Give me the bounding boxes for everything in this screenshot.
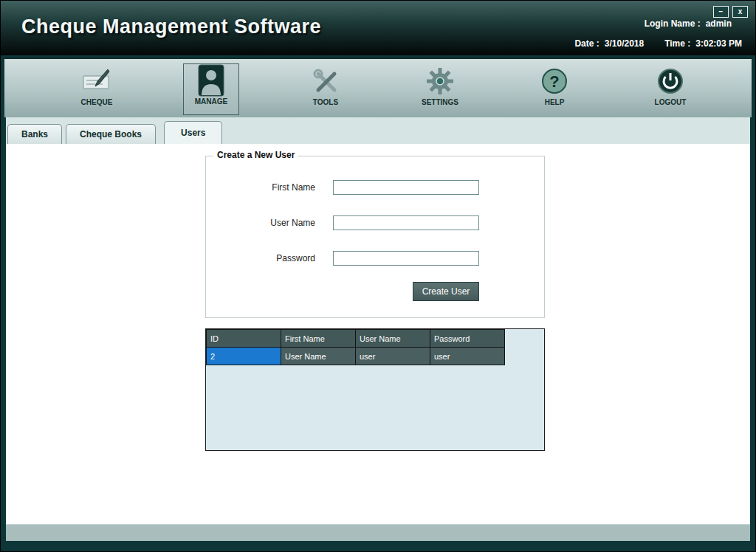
toolbar-item-tools[interactable]: TOOLS: [298, 65, 354, 114]
toolbar-item-settings[interactable]: SETTINGS: [412, 65, 468, 114]
svg-text:?: ?: [549, 72, 559, 91]
button-row: Create User: [206, 282, 544, 301]
create-user-button[interactable]: Create User: [413, 282, 479, 301]
window-controls: − x: [713, 6, 748, 18]
cell-user-name[interactable]: user: [356, 348, 430, 365]
users-panel: Create a New User First Name User Name P…: [6, 144, 750, 524]
app-title: Cheque Management Software: [21, 15, 321, 38]
minimize-button[interactable]: −: [713, 6, 729, 18]
tab-cheque-books[interactable]: Cheque Books: [66, 124, 156, 144]
users-grid: ID First Name User Name Password 2 User …: [205, 328, 545, 451]
password-input[interactable]: [333, 251, 479, 266]
toolbar-label-manage: MANAGE: [195, 97, 227, 106]
first-name-row: First Name: [206, 180, 544, 195]
toolbar-item-help[interactable]: ? HELP: [526, 65, 583, 114]
grid-row: 2 User Name user user: [207, 348, 505, 365]
column-header-password[interactable]: Password: [430, 330, 505, 348]
password-row: Password: [206, 251, 544, 266]
main-toolbar: CHEQUE MANAGE TOOLS: [4, 58, 752, 117]
column-header-id[interactable]: ID: [207, 330, 281, 348]
toolbar-label-settings: SETTINGS: [422, 98, 458, 106]
login-label: Login Name :: [645, 18, 701, 29]
column-header-first-name[interactable]: First Name: [281, 330, 356, 348]
time-value: 3:02:03 PM: [695, 38, 742, 49]
column-header-user-name[interactable]: User Name: [356, 330, 430, 348]
close-button[interactable]: x: [732, 6, 748, 18]
date-label: Date :: [574, 38, 599, 49]
help-icon: ?: [538, 65, 571, 97]
toolbar-item-cheque[interactable]: CHEQUE: [69, 65, 125, 114]
toolbar-label-cheque: CHEQUE: [81, 98, 113, 106]
manage-icon: [195, 64, 227, 97]
status-strip: [6, 524, 750, 541]
create-user-groupbox: Create a New User First Name User Name P…: [205, 156, 545, 318]
groupbox-legend: Create a New User: [213, 150, 298, 160]
toolbar-label-tools: TOOLS: [313, 98, 338, 106]
settings-icon: [424, 65, 456, 97]
tab-strip: Banks Cheque Books Users: [6, 117, 750, 144]
user-name-row: User Name: [206, 215, 544, 230]
toolbar-label-help: HELP: [545, 98, 565, 106]
grid-header-row: ID First Name User Name Password: [207, 330, 505, 348]
cell-id[interactable]: 2: [207, 348, 281, 365]
login-value: admin: [706, 18, 732, 29]
toolbar-item-logout[interactable]: LOGOUT: [642, 65, 698, 114]
first-name-input[interactable]: [333, 180, 479, 195]
tab-banks[interactable]: Banks: [7, 124, 62, 144]
user-name-label: User Name: [206, 218, 315, 228]
datetime-info: Date : 3/10/2018 Time : 3:02:03 PM: [574, 38, 742, 49]
cheque-icon: [80, 65, 113, 97]
cell-first-name[interactable]: User Name: [281, 348, 356, 365]
toolbar-label-logout: LOGOUT: [655, 98, 687, 106]
tab-users[interactable]: Users: [164, 121, 222, 144]
password-label: Password: [206, 253, 315, 263]
title-bar: Cheque Management Software − x Login Nam…: [1, 1, 755, 55]
tools-icon: [309, 65, 342, 97]
first-name-label: First Name: [206, 182, 315, 193]
cell-password[interactable]: user: [430, 348, 505, 365]
time-label: Time :: [664, 38, 690, 49]
toolbar-item-manage[interactable]: MANAGE: [183, 63, 239, 115]
user-name-input[interactable]: [333, 215, 479, 230]
app-window: Cheque Management Software − x Login Nam…: [0, 0, 756, 552]
date-value: 3/10/2018: [605, 38, 644, 49]
login-info: Login Name : admin: [645, 18, 732, 29]
logout-icon: [654, 65, 687, 97]
